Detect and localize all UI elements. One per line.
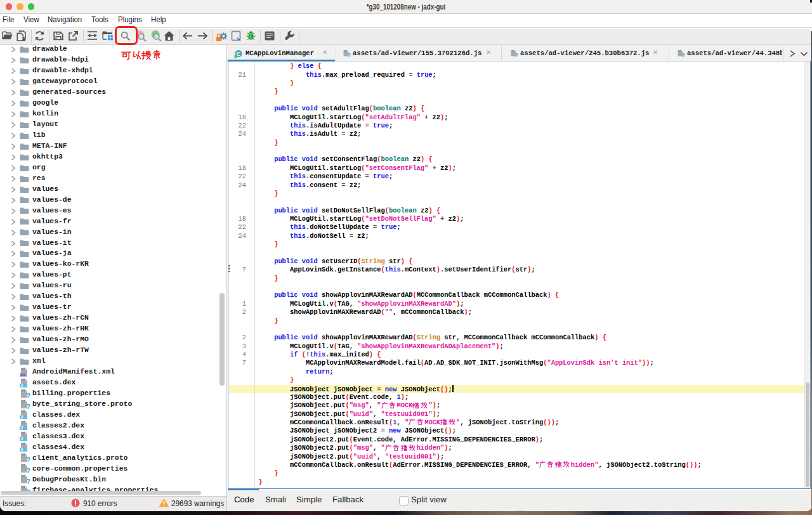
svg-text:J: J xyxy=(20,448,23,452)
svg-text:?: ? xyxy=(26,403,30,410)
svg-text:J: J xyxy=(20,383,23,388)
svg-text:?: ? xyxy=(26,467,30,474)
svg-text:?: ? xyxy=(348,52,351,58)
svg-text:MF: MF xyxy=(21,373,27,377)
svg-text:?: ? xyxy=(26,456,30,463)
svg-text:J: J xyxy=(20,437,23,441)
svg-text:?: ? xyxy=(515,52,518,58)
svg-text:?: ? xyxy=(682,52,685,58)
svg-text:J: J xyxy=(20,415,23,420)
svg-text:?: ? xyxy=(26,478,30,485)
svg-text:J: J xyxy=(20,426,23,431)
svg-text:?: ? xyxy=(26,392,30,399)
